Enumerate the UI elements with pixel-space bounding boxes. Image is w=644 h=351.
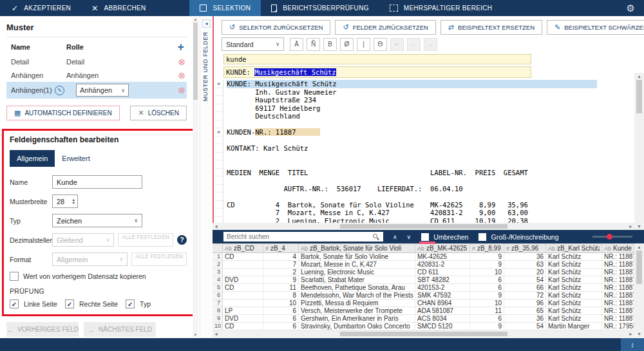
muster-row-anhaengen[interactable]: Anhängen Anhängen ⊗ [6, 68, 187, 82]
zoom-slider[interactable] [592, 236, 632, 238]
case-sensitive-checkbox[interactable] [478, 233, 486, 241]
column-header[interactable]: #zB_4 [263, 244, 299, 252]
doc-line[interactable]: MEDIEN MENGE TITEL LABEL-NR. PREIS GESAM… [214, 169, 597, 177]
table-row[interactable]: 10CD6Stravinsky, Dumbarton Oaks Concerto… [213, 323, 634, 330]
wrap-checkbox[interactable] [421, 233, 429, 241]
table-row[interactable]: 8LP6Versch, Meisterwerke der TrompeteADA… [213, 307, 634, 315]
char-class-pipe-button[interactable]: | [357, 38, 370, 51]
scroll-left-icon[interactable]: ◄ [214, 224, 218, 229]
column-header[interactable]: AbKunde [602, 244, 634, 252]
scroll-up-icon[interactable]: ▲ [637, 245, 641, 249]
char-class-accent-button[interactable]: Ñ [307, 38, 320, 51]
doc-line[interactable]: AUFTR.-NR.: 536017 LIEFERDAT.: 06.04.10 [214, 185, 597, 193]
doc-line[interactable] [214, 160, 597, 169]
preset-select[interactable]: Standard ∨ [222, 37, 284, 51]
doc-line[interactable]: 69117 Heidelberg [214, 104, 597, 113]
selector-pattern-row[interactable]: kunde [223, 54, 531, 64]
doc-line[interactable]: 7 Mozart, Messe in C, K.427 420831-2 9,0… [214, 209, 597, 217]
left-panel-scrollbar[interactable]: ▲ ▼ [193, 17, 198, 337]
name-field[interactable] [52, 175, 142, 189]
table-row[interactable]: 4DVD9Scarlatti, Stabat MaterSBT 48282654… [213, 276, 634, 284]
linke-seite-checkbox[interactable]: ✓ [10, 299, 19, 308]
rechte-seite-checkbox[interactable]: ✓ [65, 299, 74, 308]
document-vertical-scrollbar[interactable]: ▲ ▼ [634, 73, 644, 230]
scrollbar-thumb[interactable] [340, 224, 507, 229]
muster-row-detail[interactable]: Detail Detail ⊗ [6, 55, 187, 68]
scrollbar-thumb[interactable] [340, 332, 507, 336]
help-icon[interactable]: ? [177, 235, 187, 245]
column-header[interactable]: #zB_8,99 [470, 244, 504, 252]
table-row[interactable]: 9DVD6Gershwin, Ein Amerikaner in ParisAC… [213, 315, 634, 323]
scroll-down-icon[interactable]: ▼ [637, 224, 641, 229]
doc-line[interactable]: »KUNDE: Musikgeschäft Schütz [214, 80, 597, 88]
doc-line[interactable] [214, 176, 597, 185]
reset-fields-button[interactable]: ↺ FELDER ZURÜCKSETZEN [335, 20, 435, 35]
settings-gear-icon[interactable]: ⚙ [618, 3, 644, 14]
tab-muster-und-felder[interactable]: MUSTER UND FELDER [202, 32, 211, 101]
edit-pencil-icon[interactable]: ✎ [55, 86, 64, 95]
scroll-up-icon[interactable]: ▲ [637, 74, 641, 79]
table-row[interactable]: 68Mendelssohn, War March of the PriestsS… [213, 292, 634, 299]
column-header[interactable]: AbzB_CD [223, 244, 263, 252]
replace-sample-text-button[interactable]: ⇄ BEISPIELTEXT ERSETZEN [440, 20, 542, 35]
spinner-arrows-icon[interactable]: ▲▼ [72, 198, 75, 205]
scrollbar-thumb[interactable] [636, 80, 642, 113]
search-input[interactable] [223, 232, 383, 242]
column-header[interactable]: AbzB_Karl Schütz [546, 244, 602, 252]
selector-sample-row[interactable]: KUNDE: Musikgeschäft Schütz [223, 66, 531, 78]
collapse-panel-icon[interactable]: ◄ [202, 19, 211, 28]
scroll-right-icon[interactable]: ► [629, 332, 633, 336]
table-row[interactable]: 1CD4Bartok, Sonate für Solo ViolineMK-42… [213, 253, 634, 261]
tab-berichtsueberpruefung[interactable]: BERICHTSÜBERPRÜFUNG [261, 0, 379, 16]
grid-vertical-scrollbar[interactable]: ▲ ▼ [634, 243, 644, 337]
table-row[interactable]: 32Luening, Electronic MusicCD 6111020Kar… [213, 269, 634, 276]
typ-select[interactable]: Zeichen ∨ [52, 214, 142, 227]
tab-allgemein[interactable]: Allgemein [10, 150, 55, 167]
typ-checkbox[interactable]: ✓ [126, 299, 135, 308]
scroll-down-icon[interactable]: ▼ [194, 333, 198, 337]
delete-pattern-icon[interactable]: ⊗ [178, 86, 187, 95]
redact-sample-text-button[interactable]: ✎ BEISPIELTEXT SCHWÄRZEN [547, 20, 644, 35]
pattern-role-select[interactable]: Anhängen ∨ [76, 84, 129, 97]
grid-horizontal-scrollbar[interactable]: ◄ ► [213, 330, 634, 337]
char-class-nullchar-button[interactable]: Ø [340, 38, 354, 51]
doc-line[interactable] [214, 193, 597, 201]
auto-define-button[interactable]: ▦ AUTOMATISCH DEFINIEREN [6, 106, 120, 120]
char-class-bold-button[interactable]: B [323, 38, 337, 51]
doc-line[interactable] [214, 120, 597, 129]
scroll-up-icon[interactable]: ▲ [194, 17, 198, 21]
doc-line[interactable]: Inh. Gustav Neumeier [214, 88, 597, 97]
slider-knob[interactable] [607, 234, 612, 240]
column-header[interactable]: #zB_35,96 [504, 244, 546, 252]
scrollbar-thumb[interactable] [636, 251, 642, 284]
muster-row-anhaengen-1[interactable]: Anhängen(1) ✎ Anhängen ∨ ⊗ [6, 82, 187, 99]
resize-panel-handle[interactable]: ↕ [621, 338, 644, 351]
table-row[interactable]: 27Mozart, Messe in C, K.427420831-2963Ka… [213, 261, 634, 269]
char-class-theta-button[interactable]: Θ [374, 38, 387, 51]
scroll-right-icon[interactable]: ► [629, 224, 633, 229]
tab-mehrspaltiger-bereich[interactable]: MEHRSPALTIGER BEREICH [379, 0, 503, 16]
add-pattern-icon[interactable]: + [177, 43, 187, 51]
doc-line[interactable]: Deutschland [214, 112, 597, 120]
search-previous-icon[interactable]: ∧ [393, 234, 397, 240]
doc-line[interactable]: CD 4 Bartok, Sonate für Solo Violine MK-… [214, 201, 597, 209]
table-row[interactable]: 710Pizzetti, Messa di RequiemCHAN 896410… [213, 299, 634, 307]
tab-selektion[interactable]: SELEKTION [189, 0, 261, 16]
accept-button[interactable]: ✓ AKZEPTIEREN [1, 0, 81, 16]
table-row[interactable]: 5CD11Beethoven, Pathetique Sonata, Arau4… [213, 284, 634, 292]
column-header[interactable]: AbzB_Bartok, Sonate für Solo Violi [299, 244, 415, 252]
doc-line[interactable]: »KUNDEN-NR.: 11887 [214, 128, 597, 137]
cancel-button[interactable]: ✕ ABBRECHEN [81, 0, 156, 16]
char-class-letter-button[interactable]: Ā [290, 38, 303, 51]
musterbreite-stepper[interactable]: 28 ▲▼ [52, 194, 78, 208]
search-next-icon[interactable]: ∨ [407, 234, 412, 240]
column-header[interactable]: AbzB_MK-42625 [415, 244, 470, 252]
delete-pattern-icon[interactable]: ⊗ [178, 57, 187, 66]
doc-line[interactable] [214, 153, 597, 161]
scroll-down-icon[interactable]: ▼ [637, 332, 641, 336]
doc-line[interactable]: KONTAKT: Karl Schütz [214, 144, 597, 153]
delete-pattern-icon[interactable]: ⊗ [178, 71, 187, 80]
document-horizontal-scrollbar[interactable]: ◄ ► [213, 223, 634, 230]
copy-previous-checkbox[interactable] [10, 272, 19, 281]
tab-erweitert[interactable]: Erweitert [55, 150, 97, 167]
